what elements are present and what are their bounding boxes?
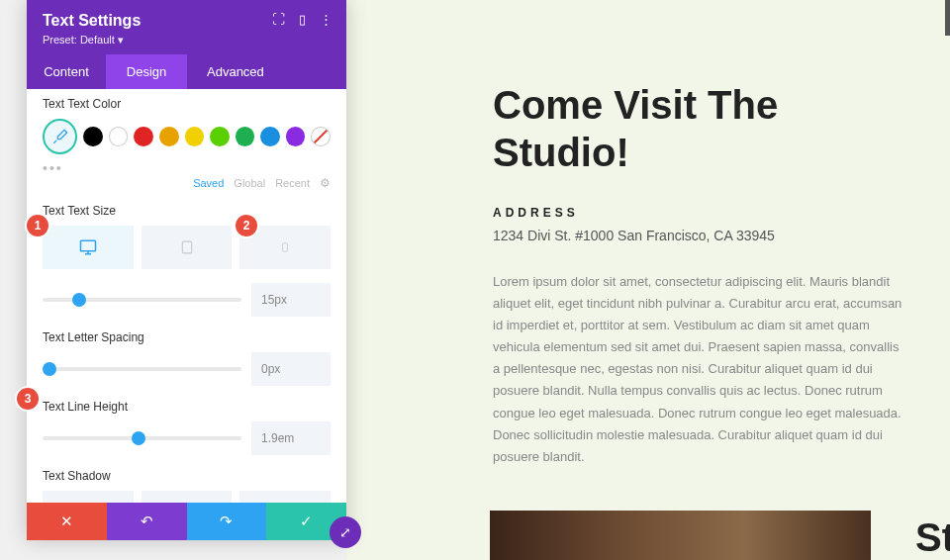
swatch-lime[interactable] <box>210 127 230 146</box>
panel-footer: ✕ ↶ ↷ ✓ <box>27 503 346 540</box>
preset-recent[interactable]: Recent <box>275 177 310 189</box>
swatch-white[interactable] <box>109 127 129 146</box>
more-swatches-icon[interactable]: ••• <box>43 160 331 176</box>
shadow-none[interactable]: ⊘ <box>43 491 134 503</box>
color-preset-row: Saved Global Recent ⚙ <box>43 176 331 190</box>
page-heading: Come Visit The Studio! <box>493 81 902 176</box>
address-label: ADDRESS <box>493 206 902 220</box>
scrollbar[interactable] <box>945 0 950 36</box>
panel-resize-handle[interactable]: ⤢ <box>330 516 361 548</box>
eyedropper-button[interactable] <box>43 119 77 154</box>
callout-3: 3 <box>17 388 39 410</box>
line-height-slider-row: 1.9em <box>43 421 331 455</box>
device-tablet[interactable] <box>142 226 233 269</box>
tab-bar: Content Design Advanced <box>27 54 346 89</box>
preset-saved[interactable]: Saved <box>193 177 224 189</box>
cancel-button[interactable]: ✕ <box>27 503 107 540</box>
columns-icon[interactable]: ▯ <box>299 12 306 27</box>
swatch-red[interactable] <box>134 127 153 146</box>
preset-selector[interactable]: Preset: Default ▾ <box>43 34 331 47</box>
panel-body: Text Text Color ••• Saved Global Recent … <box>27 89 346 503</box>
svg-rect-3 <box>182 241 191 253</box>
swatch-black[interactable] <box>83 127 103 146</box>
line-height-value[interactable]: 1.9em <box>251 421 331 455</box>
desktop-icon <box>79 238 97 256</box>
more-icon[interactable]: ⋮ <box>320 12 332 27</box>
color-swatch-row <box>43 119 331 154</box>
page-preview: Come Visit The Studio! ADDRESS 1234 Divi… <box>346 0 950 560</box>
tab-content[interactable]: Content <box>27 54 106 89</box>
text-size-slider[interactable] <box>43 298 241 302</box>
shadow-options: ⊘ aA aA <box>43 491 331 503</box>
swatch-blue[interactable] <box>260 127 280 146</box>
tab-advanced[interactable]: Advanced <box>187 54 346 89</box>
swatch-none[interactable] <box>311 127 331 146</box>
label-text-shadow: Text Shadow <box>43 469 331 483</box>
label-line-height: Text Line Height <box>43 400 331 414</box>
preset-global[interactable]: Global <box>234 177 265 189</box>
letter-spacing-value[interactable]: 0px <box>251 352 331 386</box>
swatch-yellow[interactable] <box>185 127 205 146</box>
text-size-value[interactable]: 15px <box>251 283 331 317</box>
letter-spacing-slider[interactable] <box>43 367 241 371</box>
label-text-color: Text Text Color <box>43 97 331 111</box>
body-text: Lorem ipsum dolor sit amet, consectetur … <box>493 271 902 468</box>
eyedropper-icon <box>52 129 68 144</box>
settings-panel: Text Settings Preset: Default ▾ ⛶ ▯ ⋮ Co… <box>27 0 346 540</box>
device-desktop[interactable] <box>43 226 134 269</box>
focus-icon[interactable]: ⛶ <box>272 12 285 27</box>
label-letter-spacing: Text Letter Spacing <box>43 330 331 344</box>
line-height-slider[interactable] <box>43 436 241 440</box>
callout-2: 2 <box>236 215 257 236</box>
redo-button[interactable]: ↷ <box>187 503 267 540</box>
address-text: 1234 Divi St. #1000 San Francisco, CA 33… <box>493 228 902 243</box>
phone-icon <box>280 239 290 255</box>
svg-rect-4 <box>283 243 288 251</box>
callout-1: 1 <box>27 215 48 236</box>
letter-spacing-slider-row: 0px <box>43 352 331 386</box>
secondary-heading: Studio <box>915 515 950 560</box>
svg-rect-0 <box>80 240 95 251</box>
shadow-style-1[interactable]: aA <box>142 491 233 503</box>
label-text-size: Text Text Size <box>43 204 331 218</box>
undo-button[interactable]: ↶ <box>107 503 187 540</box>
studio-photo <box>490 511 871 560</box>
text-size-slider-row: 15px <box>43 283 331 317</box>
swatch-purple[interactable] <box>286 127 306 146</box>
swatch-green[interactable] <box>236 127 255 146</box>
gear-icon[interactable]: ⚙ <box>320 176 331 190</box>
panel-header: Text Settings Preset: Default ▾ ⛶ ▯ ⋮ <box>27 0 346 54</box>
shadow-style-2[interactable]: aA <box>239 491 331 503</box>
tab-design[interactable]: Design <box>106 54 187 89</box>
device-selector <box>43 226 331 269</box>
swatch-orange[interactable] <box>159 127 179 146</box>
tablet-icon <box>180 238 194 256</box>
